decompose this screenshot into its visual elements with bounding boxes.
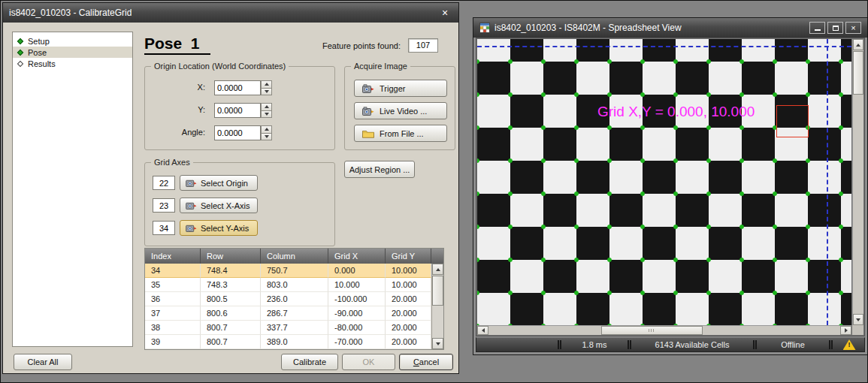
from-file-button[interactable]: From File ... bbox=[354, 125, 447, 142]
cell: 36 bbox=[145, 292, 201, 306]
trigger-button[interactable]: Trigger bbox=[354, 80, 447, 97]
close-button[interactable]: × bbox=[845, 22, 861, 34]
image-view-body: Grid X,Y = 0.000, 10.000 bbox=[476, 38, 865, 336]
cell: 800.7 bbox=[201, 335, 261, 349]
page-title: Pose 1 bbox=[144, 35, 210, 55]
table-header: Index Row Column Grid X Grid Y bbox=[145, 249, 443, 264]
live-video-button[interactable]: Live Video ... bbox=[354, 102, 447, 119]
button-label: Select X-Axis bbox=[201, 201, 250, 210]
step-done-icon bbox=[17, 49, 23, 55]
x-axis-index-input[interactable] bbox=[153, 198, 175, 213]
angle-field-row: Angle: bbox=[151, 125, 330, 141]
y-input[interactable] bbox=[214, 103, 261, 118]
minimize-icon bbox=[815, 26, 821, 31]
cell: 800.6 bbox=[201, 306, 261, 321]
cell: 389.0 bbox=[261, 335, 328, 349]
table-row[interactable]: 38 800.7 337.7 -80.000 20.000 bbox=[145, 321, 443, 335]
scrollbar-thumb[interactable] bbox=[432, 276, 443, 306]
spreadsheet-window: is8402_010203 - IS8402M - Spreadsheet Vi… bbox=[473, 17, 868, 355]
table-row[interactable]: 35 748.3 803.0 10.000 10.000 bbox=[145, 278, 443, 292]
sidebar-item-setup[interactable]: Setup bbox=[13, 35, 132, 47]
origin-axis-row: Select Origin bbox=[145, 175, 336, 191]
minimize-button[interactable] bbox=[809, 22, 825, 34]
status-separator bbox=[829, 340, 830, 349]
calibrategrid-titlebar[interactable]: is8402_010203 - CalibrateGrid × bbox=[3, 3, 458, 23]
table-row[interactable]: 37 800.6 286.7 -90.000 20.000 bbox=[145, 306, 443, 321]
spinner-down-icon[interactable] bbox=[261, 111, 272, 119]
scroll-down-icon[interactable] bbox=[432, 338, 443, 349]
cell: 20.000 bbox=[386, 321, 431, 335]
select-x-axis-button[interactable]: Select X-Axis bbox=[180, 198, 258, 213]
spinner-up-icon[interactable] bbox=[261, 125, 272, 134]
scrollbar-corner bbox=[852, 325, 863, 335]
calibrategrid-title: is8402_010203 - CalibrateGrid bbox=[9, 8, 132, 18]
cell: 800.7 bbox=[201, 321, 261, 335]
sidebar-item-results[interactable]: Results bbox=[13, 58, 132, 69]
cell: 803.0 bbox=[261, 278, 328, 292]
col-column: Column bbox=[261, 249, 328, 264]
feature-points-label: Feature points found: bbox=[322, 41, 401, 50]
table-scrollbar[interactable] bbox=[431, 264, 443, 349]
scroll-right-icon[interactable] bbox=[840, 326, 851, 335]
window-controls: × bbox=[807, 22, 861, 34]
cancel-button[interactable]: Cancel bbox=[399, 354, 453, 370]
cell: 20.000 bbox=[386, 292, 431, 306]
status-separator bbox=[558, 340, 559, 349]
cell: -80.000 bbox=[328, 321, 386, 335]
scroll-down-icon[interactable] bbox=[853, 314, 863, 325]
step-done-icon bbox=[17, 38, 23, 44]
camera-icon bbox=[186, 224, 197, 232]
button-label: Trigger bbox=[380, 84, 405, 93]
spinner-up-icon[interactable] bbox=[261, 80, 272, 89]
spinner-down-icon[interactable] bbox=[261, 89, 272, 96]
button-label: Live Video ... bbox=[380, 107, 427, 116]
cell: -90.000 bbox=[328, 306, 386, 321]
calibrategrid-window: is8402_010203 - CalibrateGrid × Setup Po… bbox=[2, 2, 459, 374]
selected-point-outline bbox=[776, 105, 809, 137]
table-row[interactable]: 34 748.4 750.7 0.000 10.000 bbox=[145, 264, 443, 278]
status-separator bbox=[628, 340, 629, 349]
status-separator bbox=[753, 340, 755, 349]
scroll-up-icon[interactable] bbox=[853, 39, 863, 50]
y-axis-index-input[interactable] bbox=[153, 221, 175, 235]
horizontal-scrollbar[interactable] bbox=[477, 325, 851, 335]
folder-icon bbox=[362, 129, 374, 138]
scrollbar-thumb[interactable] bbox=[853, 51, 863, 95]
button-label: Select Y-Axis bbox=[201, 224, 249, 233]
clear-all-button[interactable]: Clear All bbox=[14, 354, 72, 370]
origin-index-input[interactable] bbox=[153, 176, 175, 190]
scrollbar-thumb[interactable] bbox=[601, 326, 703, 335]
cell: 38 bbox=[145, 321, 201, 335]
sidebar-item-pose[interactable]: Pose bbox=[13, 47, 132, 58]
x-input[interactable] bbox=[214, 80, 261, 95]
table-row[interactable]: 36 800.5 236.0 -100.000 20.000 bbox=[145, 292, 443, 306]
cell: 34 bbox=[145, 264, 201, 278]
group-title: Grid Axes bbox=[151, 158, 193, 167]
image-viewport[interactable]: Grid X,Y = 0.000, 10.000 bbox=[477, 39, 851, 325]
spreadsheet-title: is8402_010203 - IS8402M - Spreadsheet Vi… bbox=[494, 23, 682, 33]
angle-input[interactable] bbox=[214, 125, 261, 140]
angle-spinner bbox=[261, 125, 272, 140]
cell: 750.7 bbox=[261, 264, 328, 278]
spinner-up-icon[interactable] bbox=[261, 103, 272, 111]
spreadsheet-titlebar[interactable]: is8402_010203 - IS8402M - Spreadsheet Vi… bbox=[473, 18, 867, 38]
col-grid-y: Grid Y bbox=[386, 249, 431, 264]
maximize-button[interactable] bbox=[827, 22, 843, 34]
status-acquisition-time: 1.8 ms bbox=[563, 338, 626, 351]
status-warning[interactable] bbox=[834, 338, 864, 351]
cell: 236.0 bbox=[261, 292, 328, 306]
close-icon[interactable]: × bbox=[437, 6, 452, 20]
ok-button: OK bbox=[342, 354, 395, 370]
cell: 39 bbox=[145, 335, 201, 349]
select-y-axis-button[interactable]: Select Y-Axis bbox=[180, 220, 258, 236]
spinner-down-icon[interactable] bbox=[261, 134, 272, 141]
scroll-left-icon[interactable] bbox=[477, 326, 488, 335]
button-label: Adjust Region ... bbox=[349, 165, 410, 174]
calibrate-button[interactable]: Calibrate bbox=[281, 354, 338, 370]
select-origin-button[interactable]: Select Origin bbox=[180, 175, 258, 191]
maximize-icon bbox=[833, 26, 839, 31]
table-row[interactable]: 39 800.7 389.0 -70.000 20.000 bbox=[145, 335, 443, 349]
vertical-scrollbar[interactable] bbox=[852, 39, 863, 325]
adjust-region-button[interactable]: Adjust Region ... bbox=[344, 161, 415, 178]
scroll-up-icon[interactable] bbox=[432, 264, 443, 275]
